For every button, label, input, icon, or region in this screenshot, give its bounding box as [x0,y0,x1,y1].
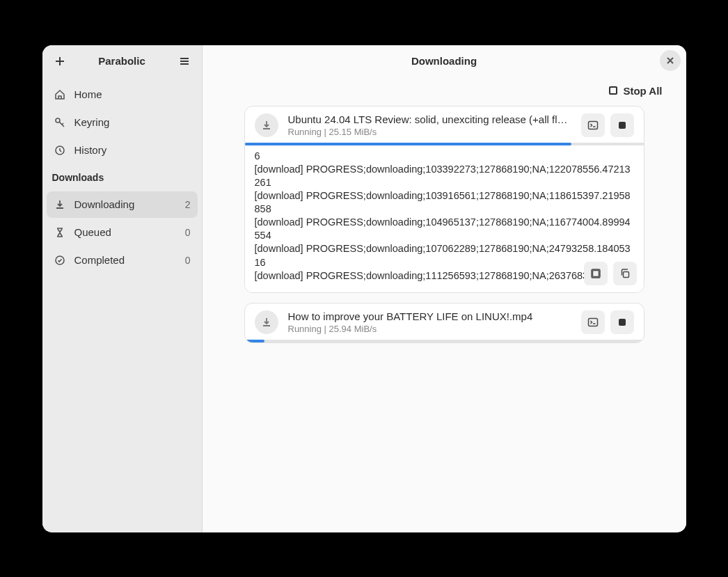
download-status: Running | 25.15 MiB/s [288,127,571,137]
download-icon [54,198,66,211]
stop-icon [619,319,626,326]
downloads-section-title: Downloads [42,165,202,187]
main-menu-button[interactable] [173,49,196,73]
sidebar-item-home[interactable]: Home [47,81,198,108]
home-icon [54,88,66,101]
sidebar-item-queued[interactable]: Queued 0 [47,219,198,246]
scroll-bottom-icon [590,268,601,279]
log-line: [download] PROGRESS;downloading;11125659… [255,269,634,283]
sidebar-item-count: 0 [185,227,191,238]
terminal-icon [587,317,599,328]
sidebar-item-label: Downloading [74,198,177,210]
log-line: [download] PROGRESS;downloading;10339227… [255,163,634,189]
close-button[interactable] [660,50,681,71]
toggle-log-button[interactable] [581,113,605,137]
key-icon [54,116,66,129]
download-list: Ubuntu 24.04 LTS Review: solid, unexciti… [203,106,686,357]
download-header[interactable]: Ubuntu 24.04 LTS Review: solid, unexciti… [245,106,644,143]
scroll-bottom-button[interactable] [584,262,608,285]
sidebar-item-history[interactable]: History [47,137,198,164]
download-progress [245,340,644,342]
log-line: [download] PROGRESS;downloading;10706228… [255,242,634,269]
sidebar-item-label: Keyring [74,116,191,128]
toolbar: Stop All [203,77,686,106]
stop-all-label: Stop All [623,85,662,97]
download-icon [261,317,272,328]
svg-rect-4 [592,270,599,276]
download-status: Running | 25.94 MiB/s [288,324,571,334]
sidebar-item-count: 2 [185,199,191,210]
add-download-button[interactable] [48,49,72,73]
svg-point-0 [56,118,60,122]
download-title: How to improve your BATTERY LIFE on LINU… [288,310,571,322]
download-title: Ubuntu 24.04 LTS Review: solid, unexciti… [288,113,571,125]
download-progress-fill [245,340,265,342]
stop-download-button[interactable] [610,113,634,137]
page-title: Downloading [411,55,477,67]
log-line: 6 [255,150,634,163]
app-title: Parabolic [72,55,173,67]
download-meta: Ubuntu 24.04 LTS Review: solid, unexciti… [288,113,571,137]
stop-download-button[interactable] [610,310,634,334]
sidebar-item-downloading[interactable]: Downloading 2 [47,191,198,218]
sidebar-item-label: Queued [74,226,177,238]
toggle-log-button[interactable] [581,310,605,334]
sidebar-item-label: Completed [74,254,177,266]
terminal-icon [587,120,599,131]
log-line: [download] PROGRESS;downloading;10391656… [255,189,634,216]
history-icon [54,144,66,157]
sidebar-item-label: Home [74,88,191,100]
copy-icon [619,268,631,279]
download-meta: How to improve your BATTERY LIFE on LINU… [288,310,571,334]
content-header: Downloading [203,45,686,77]
app-window: Parabolic Home Keyring [42,45,686,532]
svg-rect-7 [588,318,597,326]
download-avatar [255,310,278,334]
download-card: Ubuntu 24.04 LTS Review: solid, unexciti… [244,106,644,293]
sidebar-item-count: 0 [185,255,191,266]
stop-all-button[interactable]: Stop All [603,81,667,100]
sidebar-item-keyring[interactable]: Keyring [47,109,198,136]
download-icon [261,120,272,131]
hourglass-icon [54,226,66,239]
log-line: [download] PROGRESS;downloading;10496513… [255,216,634,242]
hamburger-icon [179,56,190,67]
download-avatar [255,113,278,137]
sidebar-item-completed[interactable]: Completed 0 [47,247,198,274]
download-card: How to improve your BATTERY LIFE on LINU… [244,303,644,343]
svg-rect-6 [623,271,628,277]
copy-log-button[interactable] [613,262,637,285]
stop-icon [619,122,626,129]
svg-rect-3 [588,121,597,129]
sidebar-header: Parabolic [42,45,202,77]
sidebar: Parabolic Home Keyring [42,45,203,532]
check-circle-icon [54,254,66,267]
close-icon [666,56,674,65]
stop-icon [609,86,617,95]
download-log: 6 [download] PROGRESS;downloading;103392… [245,145,644,292]
plus-icon [54,56,65,67]
content-pane: Downloading Stop All Ubuntu 24.04 LTS Re… [203,45,686,532]
sidebar-item-label: History [74,144,191,156]
download-header[interactable]: How to improve your BATTERY LIFE on LINU… [245,303,644,340]
